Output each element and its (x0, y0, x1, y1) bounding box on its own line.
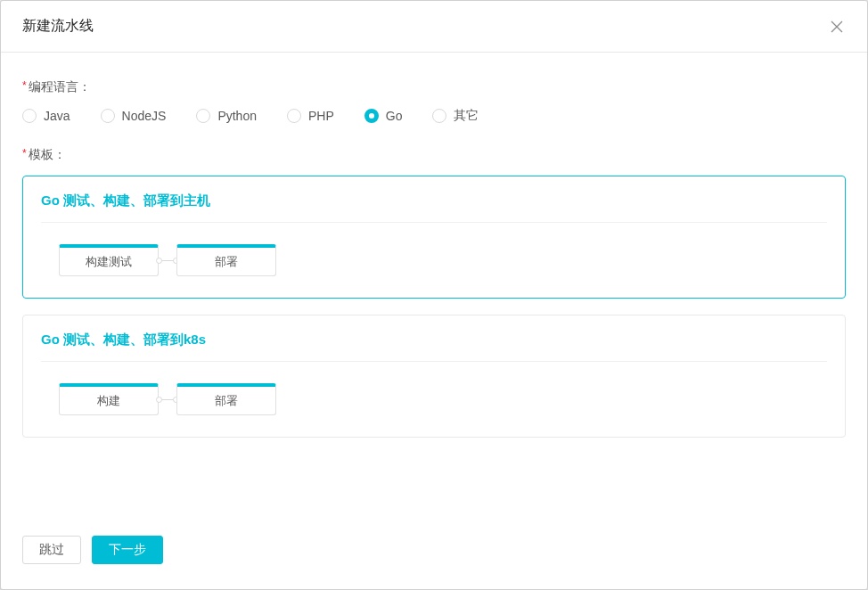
radio-nodejs[interactable]: NodeJS (101, 109, 167, 123)
step-deploy: 部署 (176, 383, 276, 415)
radio-python[interactable]: Python (196, 109, 257, 123)
pipeline-steps: 构建 部署 (41, 383, 827, 415)
modal-title: 新建流水线 (22, 17, 94, 36)
radio-icon (287, 109, 301, 123)
modal-body: *编程语言： Java NodeJS Python PHP (1, 53, 867, 520)
close-icon[interactable] (828, 18, 846, 36)
template-label: *模板： (22, 147, 846, 163)
pipeline-steps: 构建测试 部署 (41, 244, 827, 276)
modal-footer: 跳过 下一步 (1, 520, 867, 589)
template-title: Go 测试、构建、部署到k8s (41, 332, 827, 362)
radio-icon (101, 109, 115, 123)
template-field: *模板： Go 测试、构建、部署到主机 构建测试 部署 Go 测试、构建、部署到… (22, 147, 846, 438)
radio-icon (364, 109, 379, 123)
template-card-host[interactable]: Go 测试、构建、部署到主机 构建测试 部署 (22, 176, 846, 299)
modal-header: 新建流水线 (1, 1, 867, 53)
create-pipeline-modal: 新建流水线 *编程语言： Java NodeJS (0, 0, 868, 590)
language-label: *编程语言： (22, 79, 846, 95)
step-build-test: 构建测试 (59, 244, 159, 276)
radio-go[interactable]: Go (364, 109, 403, 123)
template-card-k8s[interactable]: Go 测试、构建、部署到k8s 构建 部署 (22, 315, 846, 438)
radio-icon (432, 109, 446, 123)
radio-other[interactable]: 其它 (432, 108, 479, 124)
radio-icon (22, 109, 37, 123)
radio-php[interactable]: PHP (287, 109, 334, 123)
step-connector-icon (159, 260, 176, 261)
radio-java[interactable]: Java (22, 109, 70, 123)
skip-button[interactable]: 跳过 (22, 536, 81, 564)
language-radio-group: Java NodeJS Python PHP Go (22, 108, 846, 124)
template-title: Go 测试、构建、部署到主机 (41, 193, 827, 223)
radio-icon (196, 109, 210, 123)
step-connector-icon (159, 399, 176, 400)
next-button[interactable]: 下一步 (92, 536, 163, 564)
step-build: 构建 (59, 383, 159, 415)
language-field: *编程语言： Java NodeJS Python PHP (22, 79, 846, 124)
step-deploy: 部署 (176, 244, 276, 276)
